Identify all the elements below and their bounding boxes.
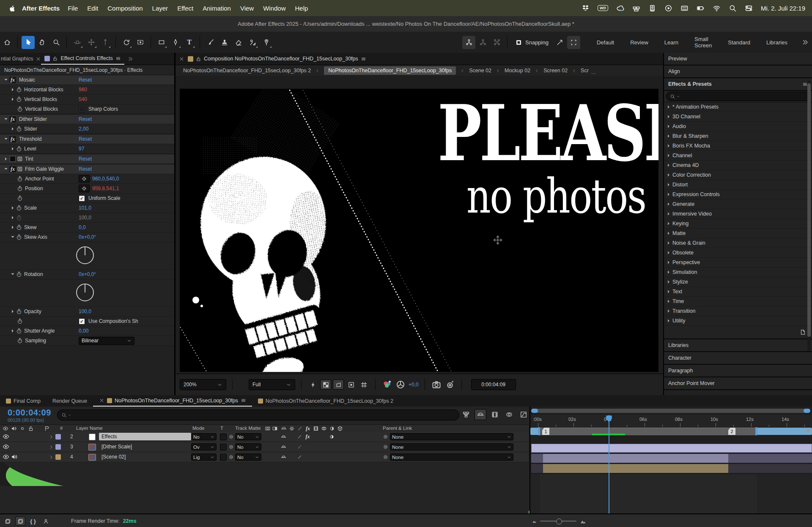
effects-category-text[interactable]: Text: [664, 287, 812, 297]
property-row-anchor-point[interactable]: Anchor Point960,0,540,0: [0, 174, 174, 184]
control-center-icon[interactable]: [745, 4, 753, 12]
transparency-grid-toggle[interactable]: [320, 380, 331, 390]
stopwatch-icon[interactable]: [16, 146, 22, 152]
effects-category-3d-channel[interactable]: 3D Channel: [664, 112, 812, 122]
property-value[interactable]: Reset: [79, 136, 92, 142]
orbit-camera-tool[interactable]: [71, 36, 84, 49]
property-row-position[interactable]: Position959,8,541,1: [0, 184, 174, 194]
property-row-horizontal-blocks[interactable]: Horizontal Blocks960: [0, 85, 174, 95]
panel-menu-icon[interactable]: [241, 398, 246, 403]
eye-icon[interactable]: [3, 433, 9, 440]
t-column-header[interactable]: T: [220, 426, 223, 431]
work-area-bar[interactable]: 1 2: [530, 427, 812, 435]
tab-essential-graphics[interactable]: ntial Graphics: [0, 56, 36, 62]
breadcrumb-mockup-02[interactable]: Mockup 02: [505, 68, 530, 74]
new-animation-preset-icon[interactable]: [799, 329, 806, 336]
blend-mode-select[interactable]: Ov: [191, 443, 217, 451]
frame-blending-icon[interactable]: [489, 409, 501, 420]
composition-mini-flowchart-icon[interactable]: [460, 409, 472, 420]
switch-header-halfc-icon[interactable]: [329, 426, 335, 431]
property-value[interactable]: 0,00: [79, 328, 88, 334]
snapping-control[interactable]: Snapping: [515, 39, 549, 46]
property-row-skew-axis[interactable]: Skew Axis0x+0,0°: [0, 232, 174, 242]
timeline-tab-nophotosonthedancefloor-fhd-15secloop-30fps-2[interactable]: NoPhotosOnTheDancefloor_FHD_15secLoop_30…: [252, 395, 399, 407]
property-row-rotation[interactable]: Rotation0x+0,0°: [0, 270, 174, 279]
label-column-icon[interactable]: [44, 426, 50, 431]
home-tool[interactable]: [0, 36, 14, 49]
property-value[interactable]: 0x+0,0°: [79, 234, 96, 240]
free-node-tool[interactable]: [476, 36, 489, 49]
work-area-cap-left[interactable]: [530, 428, 539, 435]
parent-pickwhip-icon[interactable]: [383, 434, 388, 440]
breadcrumb-nophotosonthedancefloor-fhd-15secloop-30fps[interactable]: NoPhotosOnTheDancefloor_FHD_15secLoop_30…: [324, 66, 456, 75]
property-row-level[interactable]: Level97: [0, 144, 174, 154]
pan-behind-tool[interactable]: [134, 36, 147, 49]
layer-row-effects[interactable]: 2 Effects No No fx None: [0, 432, 529, 442]
cache-indicator-icon[interactable]: [15, 516, 25, 526]
exposure-icon[interactable]: [395, 380, 406, 390]
menu-composition[interactable]: Composition: [107, 5, 143, 12]
menu-file[interactable]: File: [68, 5, 78, 12]
timeline-tab-final-comp[interactable]: Final Comp: [0, 395, 47, 407]
property-row-skew[interactable]: Skew0,0: [0, 223, 174, 232]
effect-header-row-tint[interactable]: TintReset: [0, 154, 174, 164]
lock-icon[interactable]: [52, 56, 58, 61]
property-row-use-composition-s-sh[interactable]: ✓Use Composition's Sh: [0, 317, 174, 326]
layer-bar-dither-scale[interactable]: [531, 454, 812, 463]
property-value[interactable]: 960: [79, 87, 87, 93]
switch-halfc-icon[interactable]: [329, 434, 335, 440]
mode-column-header[interactable]: Mode: [192, 426, 205, 431]
effect-header-row-mosaic[interactable]: fxMosaicReset: [0, 75, 174, 85]
property-value[interactable]: 960,0,540,0: [92, 176, 119, 182]
zoom-tool[interactable]: [49, 36, 63, 49]
effects-presets-search-input[interactable]: [666, 92, 810, 101]
work-area-cap-right[interactable]: [757, 428, 812, 435]
twirl-closed-icon[interactable]: [666, 202, 671, 207]
stopwatch-icon[interactable]: [17, 176, 23, 182]
layer-label-swatch[interactable]: [55, 454, 61, 460]
track-matte-pickwhip-icon[interactable]: [228, 434, 234, 440]
matte-invert-icon[interactable]: [272, 426, 278, 431]
twirl-closed-icon[interactable]: [666, 114, 671, 119]
effects-category-immersive-video[interactable]: Immersive Video: [664, 209, 812, 219]
twirl-closed-icon[interactable]: [666, 299, 671, 304]
property-row-row14[interactable]: 100,0: [0, 213, 174, 223]
timeline-zoom-slider[interactable]: [532, 518, 586, 524]
preserve-transparency-toggle[interactable]: [220, 444, 227, 451]
switch-header-slashd-icon[interactable]: [297, 426, 303, 431]
timeline-search-input[interactable]: [57, 410, 459, 421]
layer-bar-scene-02[interactable]: [531, 464, 812, 473]
workspace-default[interactable]: Default: [597, 39, 614, 46]
twirl-closed-icon[interactable]: [666, 124, 671, 129]
stopwatch-icon[interactable]: [17, 106, 23, 112]
property-row-vertical-blocks[interactable]: Vertical Blocks540: [0, 95, 174, 104]
index-column-header[interactable]: #: [60, 426, 63, 431]
stopwatch-icon[interactable]: [16, 215, 22, 221]
resolution-select[interactable]: Full: [249, 379, 295, 390]
layer-name[interactable]: [Scene 02]: [102, 454, 126, 460]
panel-header-align[interactable]: Align: [664, 66, 812, 78]
close-tab-icon[interactable]: [36, 56, 41, 62]
twirl-closed-icon[interactable]: [666, 240, 671, 246]
parent-link-select[interactable]: None: [390, 433, 513, 440]
rotation-tool[interactable]: [120, 36, 133, 49]
timeline-tab-nophotosonthedancefloor-fhd-15secloop-30fps[interactable]: NoPhotosOnTheDancefloor_FHD_15secLoop_30…: [93, 395, 252, 407]
twirl-closed-icon[interactable]: [666, 211, 671, 216]
effects-category-utility[interactable]: Utility: [664, 316, 812, 326]
property-value[interactable]: 540: [79, 96, 87, 102]
menu-animation[interactable]: Animation: [203, 5, 231, 12]
layer-name[interactable]: [Dither Scale]: [102, 444, 132, 450]
input-source-icon[interactable]: [680, 4, 689, 12]
property-value[interactable]: Reset: [79, 116, 92, 122]
layer-row-scene-02[interactable]: 4 [Scene 02] Lig No None: [0, 452, 529, 462]
breadcrumb-nophotosonthedancefloor-fhd-15secloop-30fps-2[interactable]: NoPhotosOnTheDancefloor_FHD_15secLoop_30…: [183, 68, 311, 74]
lock-column-icon[interactable]: [28, 426, 34, 431]
effects-category-stylize[interactable]: Stylize: [664, 277, 812, 287]
property-value[interactable]: 2,00: [79, 126, 88, 132]
timeline-empty-area[interactable]: [0, 486, 529, 513]
property-row-sampling[interactable]: SamplingBilinear: [0, 336, 174, 346]
pan-camera-tool[interactable]: [85, 36, 98, 49]
property-value[interactable]: Reset: [79, 166, 92, 172]
switch-header-sun-icon[interactable]: [289, 426, 295, 431]
stopwatch-icon[interactable]: [16, 205, 22, 211]
